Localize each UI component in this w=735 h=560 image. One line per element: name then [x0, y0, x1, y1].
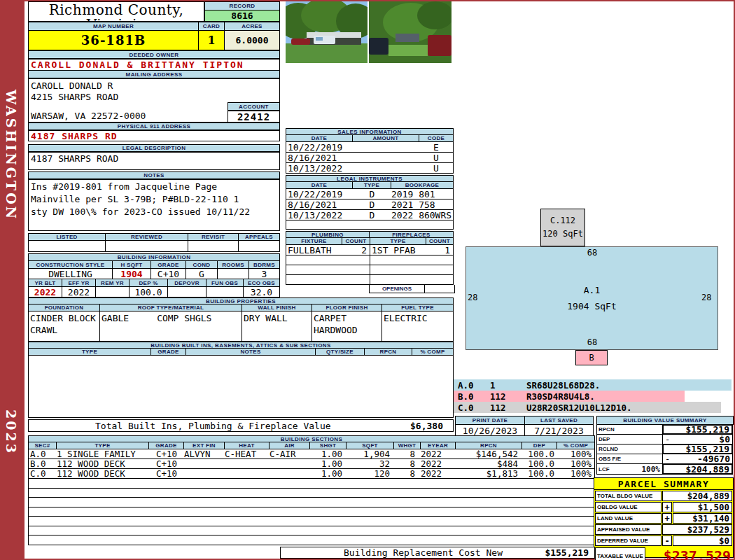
builtin-grade-label: GRADE: [151, 349, 186, 355]
parcel-summary: PARCEL SUMMARY TOTAL BLDG VALUE $204,889…: [594, 477, 734, 558]
grade-label: GRADE: [151, 261, 186, 268]
ecoobs-label: ECO OBS: [244, 279, 279, 286]
physical-address-label: PHYSICAL 911 ADDRESS: [28, 122, 280, 130]
instrument-date-label: DATE: [286, 182, 353, 188]
plumbing-title: PLUMBING: [286, 231, 370, 238]
floor-finish-value-line1: CARPET: [314, 312, 346, 324]
openings-row: OPENINGS: [369, 285, 455, 293]
sketch-legend-row-b: B.0 112 R30SD4R8U4L8.: [454, 391, 685, 402]
parcel-row: APPRAISED VALUE $237,529: [595, 524, 732, 535]
account-value: 22412: [227, 111, 280, 122]
property-photo-2[interactable]: [369, 1, 451, 63]
sketch-c-label: C.112: [550, 214, 575, 227]
remyr-value: [96, 287, 130, 297]
building-info-header-1: CONSTRUCTION STYLE H SQFT GRADE COND ROO…: [28, 261, 280, 269]
wall-finish-value: DRY WALL: [242, 312, 312, 341]
replacement-cost-value: $155,219: [545, 547, 589, 558]
effyr-value: 2022: [62, 287, 96, 297]
map-number-value: 36-181B: [29, 31, 199, 50]
property-photo-1-image: [286, 1, 368, 63]
wall-finish-label: WALL FINISH: [242, 304, 312, 311]
plumbing-empty-row: [286, 265, 454, 275]
legal-description-label: LEGAL DESCRIPTION: [28, 144, 280, 152]
parcel-row: TOTAL BLDG VALUE $204,889: [595, 491, 732, 501]
depovr-value: [168, 287, 206, 297]
construction-style-label: CONSTRUCTION STYLE: [29, 261, 113, 268]
card-label: CARD: [199, 22, 225, 30]
sketch-dim-top: 68: [582, 248, 602, 258]
builtin-notes-label: NOTES: [186, 349, 316, 355]
review-header-row: LISTED REVIEWED REVISIT APPEALS: [28, 233, 280, 241]
yrblt-label: YR BLT: [29, 279, 62, 286]
fireplaces-title: FIREPLACES: [369, 231, 454, 238]
instrument-row: 10/22/2019 D 2019 801: [286, 189, 454, 200]
instrument-row-empty: [286, 220, 454, 230]
sketch-section-c: C.112 120 SqFt: [540, 209, 585, 246]
fireplace-type-value: 1ST PFAB: [372, 245, 416, 255]
builtins-total-value: $6,380: [410, 421, 443, 431]
mailing-line-2: 4215 SHARPS ROAD: [31, 92, 118, 102]
fuel-type-label: FUEL TYPE: [382, 304, 453, 311]
instrument-row: 10/13/2022 D 2022 860WRS: [286, 210, 454, 220]
sales-row: 10/13/2022 U: [286, 163, 454, 174]
building-information-title: BUILDING INFORMATION: [28, 253, 280, 261]
listed-label: LISTED: [29, 234, 106, 240]
builtins-header: TYPE GRADE NOTES QTY/SIZE RPCN % COMP: [28, 349, 454, 356]
instrument-row: 8/16/2021 D 2021 758: [286, 200, 454, 210]
building-properties-title: BUILDING PROPERTIES: [28, 298, 454, 304]
physical-address-value: 4187 SHARPS RD: [28, 130, 280, 141]
value-summary-row: RCLND $155,219: [596, 444, 734, 454]
print-info-header: PRINT DATE LAST SAVED: [455, 416, 594, 425]
rooms-value: [218, 269, 249, 279]
sidebar-year-label: 2023: [4, 410, 19, 455]
building-info-header-2: YR BLT EFF YR REM YR DEP % DEPOVR FUN OB…: [28, 279, 280, 287]
sketch-section-a: A.1 1904 SqFt: [465, 246, 718, 350]
revisit-label: REVISIT: [188, 234, 239, 240]
builtin-comp-label: % COMP: [412, 349, 453, 355]
sales-information-title: SALES INFORMATION: [286, 128, 454, 135]
property-photo-1[interactable]: [286, 1, 368, 63]
last-saved-value: 7/21/2023: [525, 425, 593, 436]
property-photo-2-image: [369, 1, 451, 63]
acres-label: ACRES: [225, 22, 279, 30]
parcel-summary-title: PARCEL SUMMARY: [594, 478, 733, 490]
mailing-line-3: WARSAW, VA 22572-0000: [31, 111, 146, 121]
acres-value: 6.0000: [225, 31, 279, 50]
fixture-value: FULLBATH: [288, 245, 332, 255]
dep-pct-label: DEP %: [130, 279, 168, 286]
plumbing-fireplaces-header: FIXTURE COUNT TYPE COUNT: [286, 238, 454, 245]
sidebar-district-label: WASHINGTON: [4, 90, 19, 220]
sketch-dim-right: 28: [701, 293, 711, 302]
building-info-values-1: DWELLING 1904 C+10 G 3: [28, 269, 280, 279]
legal-description-value: 4187 SHARPS ROAD: [28, 152, 280, 170]
floor-finish-label: FLOOR FINISH: [312, 304, 382, 311]
taxable-value-row: TAXABLE VALUE $237,529: [595, 547, 732, 560]
roof-label: ROOF TYPE/MATERIAL: [100, 304, 242, 311]
building-properties-values: CINDER BLOCK CRAWL GABLE COMP SHGLS DRY …: [28, 312, 454, 342]
roof-material-value: COMP SHGLS: [157, 312, 211, 324]
sketch-a-label: A.1: [584, 282, 600, 298]
map-number-label: MAP NUMBER: [29, 22, 199, 30]
mailing-line-1: CAROLL DONALD R: [31, 80, 113, 91]
construction-style-value: DWELLING: [29, 269, 113, 279]
value-summary-row: OBS F/E --49670: [596, 454, 734, 464]
effyr-label: EFF YR: [62, 279, 96, 286]
notes-line-2: Mainville per SL 3-79B; P#BLD-22-110 1: [31, 193, 277, 206]
card-value: 1: [199, 31, 225, 50]
yrblt-value: 2022: [29, 287, 62, 297]
sales-code-label: CODE: [419, 135, 453, 141]
notes-line-3: sty DW 100\% for 2023-CO issued 10/11/22: [31, 206, 277, 218]
sketch-legend-row-a: A.0 1 SR68U28L68D28.: [454, 379, 732, 391]
bdrms-label: BDRMS: [249, 261, 279, 268]
property-record-card: WASHINGTON 2023 Richmond County, Virgini…: [0, 0, 735, 560]
sketch-b-label: B: [589, 353, 594, 363]
reviewed-label: REVIEWED: [106, 234, 188, 240]
plumbing-empty-row: [286, 255, 454, 265]
sales-amount-label: AMOUNT: [353, 135, 419, 141]
instruments-header-row: DATE TYPE BOOKPAGE: [286, 182, 454, 189]
building-section-row: A.0 1 SINGLE FAMILY C+10 ALVYN C-HEAT C-…: [28, 449, 595, 459]
sketch-c-sqft: 120 SqFt: [542, 227, 583, 241]
parcel-row: DEFERRED VALUE - $0: [595, 536, 732, 546]
bdrms-value: 3: [249, 269, 279, 279]
parcel-row: LAND VALUE + $31,140: [595, 513, 732, 524]
